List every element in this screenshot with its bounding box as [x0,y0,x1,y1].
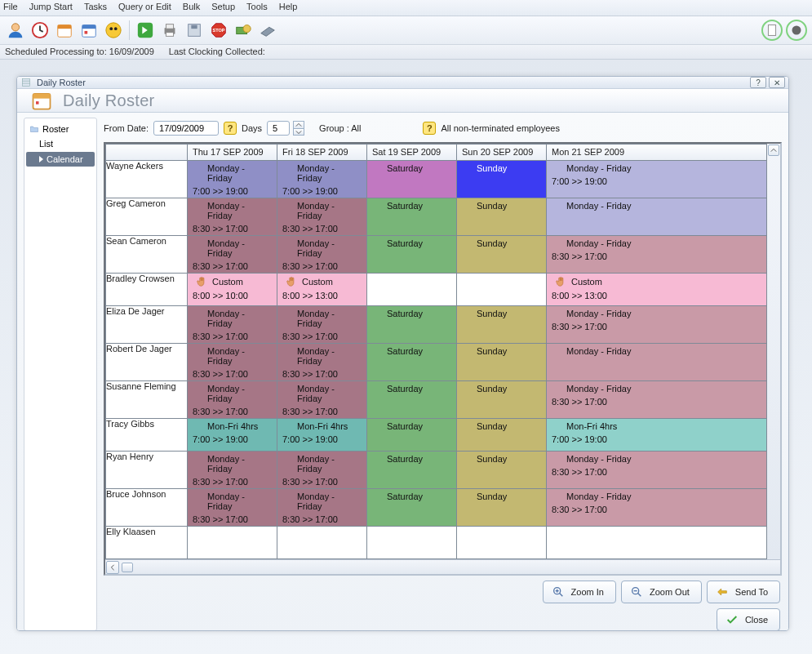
employee-name-cell[interactable]: Eliza De Jager [106,306,188,344]
shift-cell[interactable]: Mon-Fri 4hrs7:00 >> 19:00 [547,419,767,452]
shift-cell[interactable]: Monday - Friday8:30 >> 17:00 [277,489,367,527]
window-help-button[interactable]: ? [750,77,766,88]
shift-cell[interactable]: Sunday [457,452,547,489]
shift-cell[interactable]: Monday - Friday8:30 >> 17:00 [277,306,367,344]
shift-cell[interactable]: Monday - Friday7:00 >> 19:00 [547,161,767,198]
header-day-3[interactable]: Sun 20 SEP 2009 [457,145,547,161]
shift-cell[interactable]: Sunday [457,419,547,452]
shift-cell[interactable]: Saturday [367,489,457,527]
menu-setup[interactable]: Setup [211,2,235,14]
employee-name-cell[interactable]: Bradley Crowsen [106,274,188,306]
window-close-button[interactable]: ✕ [769,77,785,88]
shift-cell[interactable] [547,527,767,559]
employees-picker-button[interactable]: ? [423,122,436,135]
zoom-in-button[interactable]: Zoom In [543,581,616,603]
days-up-button[interactable] [293,121,304,128]
shift-cell[interactable]: Monday - Friday8:30 >> 17:00 [277,236,367,274]
shift-cell[interactable]: Mon-Fri 4hrs7:00 >> 19:00 [277,419,367,452]
print-icon[interactable] [159,20,180,41]
header-day-1[interactable]: Fri 18 SEP 2009 [277,145,367,161]
person-icon[interactable] [5,20,26,41]
shift-cell[interactable]: Sunday [457,198,547,236]
shift-cell[interactable]: Custom8:00 >> 10:00 [188,274,277,306]
vertical-scrollbar[interactable] [767,144,780,559]
shift-cell[interactable]: Sunday [457,489,547,527]
calendar-icon[interactable] [54,20,75,41]
window-titlebar[interactable]: Daily Roster ? ✕ [17,77,788,89]
shift-cell[interactable] [367,527,457,559]
shift-cell[interactable]: Monday - Friday8:30 >> 17:00 [188,489,277,527]
menu-tasks[interactable]: Tasks [84,2,107,14]
header-day-0[interactable]: Thu 17 SEP 2009 [188,145,277,161]
employee-name-cell[interactable]: Susanne Fleming [106,381,188,419]
date-picker-button[interactable]: ? [224,122,237,135]
tree-item-list[interactable]: List [24,136,96,151]
shift-cell[interactable]: Monday - Friday8:30 >> 17:00 [547,489,767,527]
shift-cell[interactable]: Saturday [367,161,457,198]
header-day-4[interactable]: Mon 21 SEP 2009 [547,145,767,161]
menu-help[interactable]: Help [279,2,298,14]
send-to-button[interactable]: Send To [707,581,780,603]
shift-cell[interactable]: Sunday [457,306,547,344]
horizontal-scrollbar[interactable] [105,559,780,574]
shift-cell[interactable] [188,527,277,559]
shift-cell[interactable] [457,274,547,306]
shift-cell[interactable]: Custom8:00 >> 13:00 [547,274,767,306]
tree-root-roster[interactable]: Roster [24,122,96,136]
tree-item-calendar[interactable]: Calendar [26,152,95,167]
scroll-up-button[interactable] [768,145,779,156]
shift-cell[interactable]: Saturday [367,452,457,489]
shift-cell[interactable]: Monday - Friday8:30 >> 17:00 [277,452,367,489]
clock-icon[interactable] [29,20,51,41]
employee-name-cell[interactable]: Robert De Jager [106,344,188,381]
shift-cell[interactable]: Monday - Friday8:30 >> 17:00 [547,381,767,419]
face-icon[interactable] [103,20,124,41]
days-input[interactable] [267,121,290,136]
employee-name-cell[interactable]: Ryan Henry [106,452,188,489]
employee-name-cell[interactable]: Sean Cameron [106,236,188,274]
stop-icon[interactable]: STOP [208,20,229,41]
shift-cell[interactable]: Monday - Friday [547,344,767,381]
shift-cell[interactable]: Monday - Friday8:30 >> 17:00 [277,198,367,236]
money-icon[interactable] [233,20,254,41]
header-day-2[interactable]: Sat 19 SEP 2009 [367,145,457,161]
shift-cell[interactable]: Monday - Friday8:30 >> 17:00 [188,381,277,419]
zoom-out-button[interactable]: Zoom Out [621,581,702,603]
menu-query-edit[interactable]: Query or Edit [118,2,171,14]
menu-file[interactable]: File [3,2,18,14]
shift-cell[interactable]: Monday - Friday8:30 >> 17:00 [277,381,367,419]
green-action-1-icon[interactable] [761,20,783,41]
shift-cell[interactable]: Monday - Friday8:30 >> 17:00 [188,198,277,236]
shift-cell[interactable]: Sunday [457,344,547,381]
employee-name-cell[interactable]: Greg Cameron [106,198,188,236]
shift-cell[interactable]: Monday - Friday8:30 >> 17:00 [547,236,767,274]
shift-cell[interactable] [277,527,367,559]
shift-cell[interactable]: Monday - Friday7:00 >> 19:00 [277,161,367,198]
employee-name-cell[interactable]: Bruce Johnson [106,489,188,527]
close-button[interactable]: Close [717,608,780,631]
shift-cell[interactable]: Mon-Fri 4hrs7:00 >> 19:00 [188,419,277,452]
menu-tools[interactable]: Tools [246,2,268,14]
shift-cell[interactable] [367,274,457,306]
menu-bulk[interactable]: Bulk [183,2,200,14]
shift-cell[interactable]: Custom8:00 >> 13:00 [277,274,367,306]
disk-icon[interactable] [184,20,205,41]
shift-cell[interactable]: Monday - Friday8:30 >> 17:00 [277,344,367,381]
scroll-thumb[interactable] [122,563,133,572]
shift-cell[interactable]: Monday - Friday7:00 >> 19:00 [188,161,277,198]
shift-cell[interactable]: Saturday [367,198,457,236]
days-down-button[interactable] [293,128,304,136]
scanner-icon[interactable] [257,20,278,41]
from-date-input[interactable] [153,121,219,136]
shift-cell[interactable]: Saturday [367,306,457,344]
shift-cell[interactable]: Sunday [457,236,547,274]
shift-cell[interactable]: Sunday [457,381,547,419]
green-action-2-icon[interactable] [786,20,807,41]
employee-name-cell[interactable]: Wayne Ackers [106,161,188,198]
shift-cell[interactable]: Sunday [457,161,547,198]
shift-cell[interactable]: Monday - Friday8:30 >> 17:00 [188,236,277,274]
shift-cell[interactable]: Saturday [367,344,457,381]
go-icon[interactable] [135,20,156,41]
shift-cell[interactable]: Monday - Friday8:30 >> 17:00 [547,306,767,344]
schedule-icon[interactable] [78,20,100,41]
